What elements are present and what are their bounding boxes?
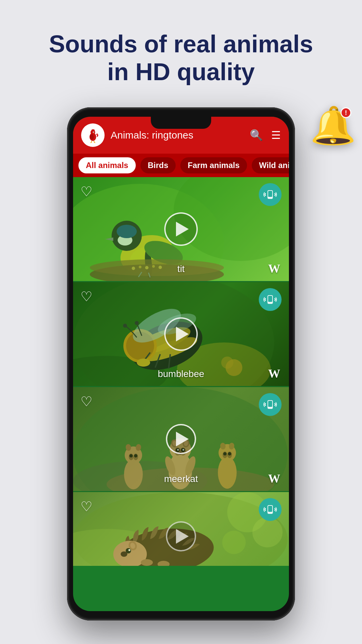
play-icon-hedgehog: [176, 529, 189, 544]
category-wild-animals[interactable]: Wild animals: [252, 157, 289, 173]
favorite-button-tit[interactable]: ♡: [80, 184, 93, 199]
phone-screen: Animals: ringtones 🔍 ☰ All animals Birds…: [73, 117, 289, 611]
animal-card-meerkat: ♡ meerkat W: [73, 387, 289, 491]
svg-point-46: [135, 321, 139, 325]
svg-point-23: [139, 266, 141, 268]
svg-point-74: [134, 454, 137, 458]
wikipedia-button-meerkat[interactable]: W: [268, 472, 280, 486]
phone-frame: Animals: ringtones 🔍 ☰ All animals Birds…: [67, 107, 295, 621]
set-ringtone-button-meerkat[interactable]: [259, 393, 282, 416]
svg-point-96: [121, 551, 127, 557]
svg-point-16: [117, 225, 137, 238]
title-line1: Sounds of real animals: [49, 31, 313, 57]
category-farm-animals[interactable]: Farm animals: [180, 157, 247, 173]
animal-name-tit: tit: [177, 264, 185, 274]
favorite-button-hedgehog[interactable]: ♡: [80, 499, 93, 514]
page-title: Sounds of real animals in HD quality: [0, 30, 362, 86]
svg-point-91: [222, 531, 246, 554]
wikipedia-button-tit[interactable]: W: [268, 262, 280, 276]
category-bar: All animals Birds Farm animals Wild anim…: [73, 154, 289, 177]
svg-point-25: [152, 265, 155, 268]
play-button-bumblebee[interactable]: [164, 317, 198, 351]
svg-point-10: [92, 133, 94, 135]
svg-point-21: [90, 259, 224, 276]
svg-point-81: [223, 452, 227, 455]
vibrate-icon: [263, 187, 277, 202]
set-ringtone-button-bumblebee[interactable]: [259, 288, 282, 311]
favorite-button-bumblebee[interactable]: ♡: [80, 289, 93, 304]
app-name: Animals: ringtones: [111, 129, 250, 141]
svg-point-82: [228, 452, 231, 455]
bell-badge-count: !: [341, 107, 351, 118]
category-all-animals[interactable]: All animals: [78, 157, 136, 173]
animal-card-bumblebee: ♡ bumblebee W: [73, 282, 289, 386]
app-bar-icons: 🔍 ☰: [250, 129, 281, 142]
svg-point-26: [159, 266, 162, 269]
rooster-icon: [85, 127, 101, 143]
animal-card-hedgehog: ♡: [73, 492, 289, 566]
play-icon-tit: [176, 222, 189, 236]
category-birds[interactable]: Birds: [140, 157, 176, 173]
vibrate-icon-2: [263, 292, 277, 307]
title-line2: in HD quality: [107, 58, 255, 85]
play-button-tit[interactable]: [164, 212, 198, 246]
phone-notch: [151, 117, 211, 129]
svg-point-45: [123, 324, 127, 328]
set-ringtone-button-hedgehog[interactable]: [259, 498, 282, 521]
svg-point-24: [145, 266, 148, 269]
vibrate-icon-3: [263, 397, 277, 412]
svg-point-95: [128, 549, 130, 551]
wikipedia-button-bumblebee[interactable]: W: [268, 367, 280, 381]
svg-point-4: [94, 132, 94, 132]
animal-name-bumblebee: bumblebee: [158, 369, 204, 379]
set-ringtone-button-tit[interactable]: [259, 183, 282, 206]
menu-button[interactable]: ☰: [271, 129, 281, 142]
animal-card-tit: ♡ tit W: [73, 177, 289, 281]
play-icon-meerkat: [176, 432, 189, 446]
play-button-hedgehog[interactable]: [166, 521, 196, 551]
svg-rect-30: [268, 191, 272, 197]
app-logo: [81, 123, 105, 147]
notification-bell[interactable]: 🔔 !: [310, 104, 356, 147]
svg-rect-102: [268, 506, 272, 512]
play-icon-bumblebee: [176, 327, 189, 341]
svg-point-22: [132, 267, 135, 270]
svg-point-48: [221, 357, 233, 369]
svg-rect-50: [268, 296, 272, 302]
svg-point-44: [137, 359, 150, 367]
svg-point-73: [129, 454, 133, 458]
vibrate-icon-4: [263, 502, 277, 517]
play-button-meerkat[interactable]: [166, 424, 196, 454]
svg-point-99: [141, 559, 153, 566]
svg-point-90: [252, 517, 283, 547]
svg-rect-86: [268, 401, 272, 407]
animal-name-meerkat: meerkat: [164, 474, 198, 484]
search-button[interactable]: 🔍: [250, 129, 263, 142]
animal-cards-container: ♡ tit W: [73, 177, 289, 611]
favorite-button-meerkat[interactable]: ♡: [80, 394, 93, 409]
